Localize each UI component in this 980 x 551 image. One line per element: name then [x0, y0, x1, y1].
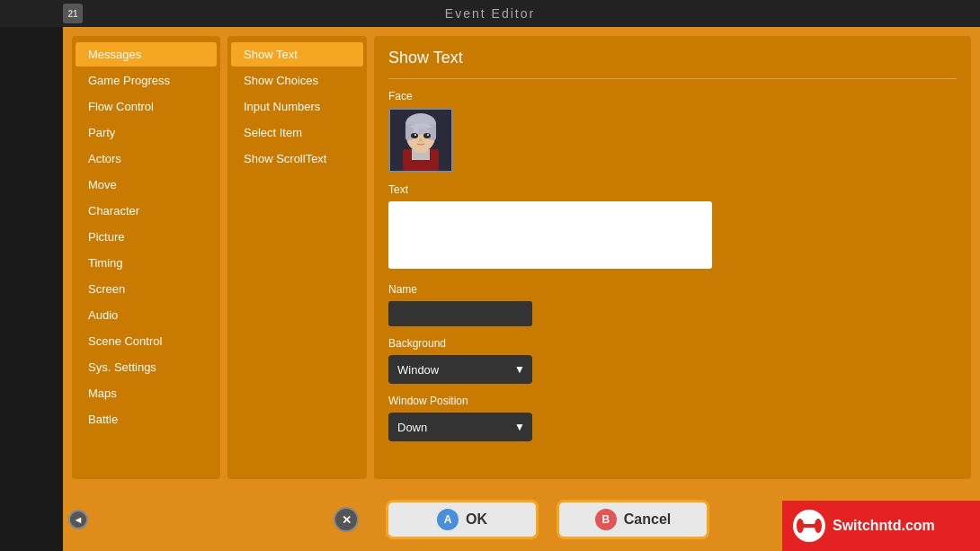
sidebar-item-party[interactable]: Party — [76, 120, 217, 145]
cancel-label: Cancel — [624, 511, 671, 528]
sidebar-item-screen[interactable]: Screen — [76, 277, 217, 301]
detail-title: Show Text — [388, 49, 957, 67]
detail-divider — [388, 78, 957, 79]
detail-panel: Show Text Face — [374, 36, 971, 479]
window-position-select[interactable]: Down Middle Up — [388, 413, 532, 441]
svg-rect-14 — [797, 519, 804, 533]
sidebar-item-actors[interactable]: Actors — [76, 147, 217, 171]
sidebar-item-picture[interactable]: Picture — [76, 225, 217, 249]
nintendo-badge: Switchntd.com — [782, 501, 980, 551]
sidebar-item-battle[interactable]: Battle — [76, 407, 217, 431]
ok-button[interactable]: A OK — [386, 500, 539, 539]
main-panel: Messages Game Progress Flow Control Part… — [63, 27, 980, 551]
middle-item-input-numbers[interactable]: Input Numbers — [231, 94, 363, 119]
svg-point-11 — [414, 134, 416, 136]
middle-item-show-choices[interactable]: Show Choices — [231, 68, 363, 93]
sidebar-item-character[interactable]: Character — [76, 199, 217, 223]
sidebar-item-maps[interactable]: Maps — [76, 381, 217, 405]
background-dropdown-wrapper[interactable]: Window Dim Transparent ▼ — [388, 355, 532, 384]
middle-item-show-text[interactable]: Show Text — [231, 42, 363, 67]
left-circle-indicator: ◄ — [68, 510, 88, 529]
face-label: Face — [388, 90, 957, 102]
sidebar-item-scene-control[interactable]: Scene Control — [76, 329, 217, 353]
sidebar-item-audio[interactable]: Audio — [76, 303, 217, 327]
window-position-label: Window Position — [388, 395, 957, 407]
svg-point-13 — [419, 139, 423, 142]
sidebar-item-messages[interactable]: Messages — [76, 42, 217, 67]
nintendo-logo — [793, 510, 825, 542]
sidebar-item-timing[interactable]: Timing — [76, 251, 217, 275]
text-label: Text — [388, 183, 957, 196]
text-input[interactable] — [388, 201, 712, 269]
svg-point-12 — [427, 134, 429, 136]
middle-item-show-scrolltext[interactable]: Show ScrollText — [231, 147, 363, 171]
window-title: Event Editor — [445, 6, 535, 21]
icon-21: 21 — [63, 4, 83, 23]
name-input[interactable] — [388, 301, 532, 326]
name-label: Name — [388, 283, 957, 296]
left-sidebar — [0, 27, 63, 551]
svg-point-10 — [423, 133, 431, 138]
background-label: Background — [388, 337, 957, 350]
svg-point-9 — [411, 133, 418, 138]
middle-panel: Show Text Show Choices Input Numbers Sel… — [227, 36, 367, 479]
background-select[interactable]: Window Dim Transparent — [388, 355, 532, 384]
top-bar: 21 Event Editor — [0, 0, 980, 27]
svg-rect-16 — [803, 524, 815, 528]
b-circle-icon: B — [595, 509, 617, 530]
content-area: Messages Game Progress Flow Control Part… — [63, 27, 980, 488]
ok-label: OK — [466, 511, 487, 528]
cancel-button[interactable]: B Cancel — [557, 500, 709, 539]
nintendo-badge-text: Switchntd.com — [833, 518, 935, 534]
sidebar-item-flow-control[interactable]: Flow Control — [76, 94, 217, 119]
window-position-dropdown-wrapper[interactable]: Down Middle Up ▼ — [388, 413, 532, 441]
sidebar: Messages Game Progress Flow Control Part… — [72, 36, 220, 479]
face-image[interactable] — [388, 108, 453, 173]
middle-item-select-item[interactable]: Select Item — [231, 120, 363, 145]
sidebar-item-move[interactable]: Move — [76, 173, 217, 197]
a-circle-icon: A — [437, 509, 459, 530]
x-button[interactable]: ✕ — [334, 507, 359, 532]
bottom-bar: ◄ ✕ A OK B Cancel Switchntd.com — [63, 488, 980, 551]
sidebar-item-sys-settings[interactable]: Sys. Settings — [76, 355, 217, 379]
svg-rect-15 — [815, 519, 822, 533]
sidebar-item-game-progress[interactable]: Game Progress — [76, 68, 217, 93]
